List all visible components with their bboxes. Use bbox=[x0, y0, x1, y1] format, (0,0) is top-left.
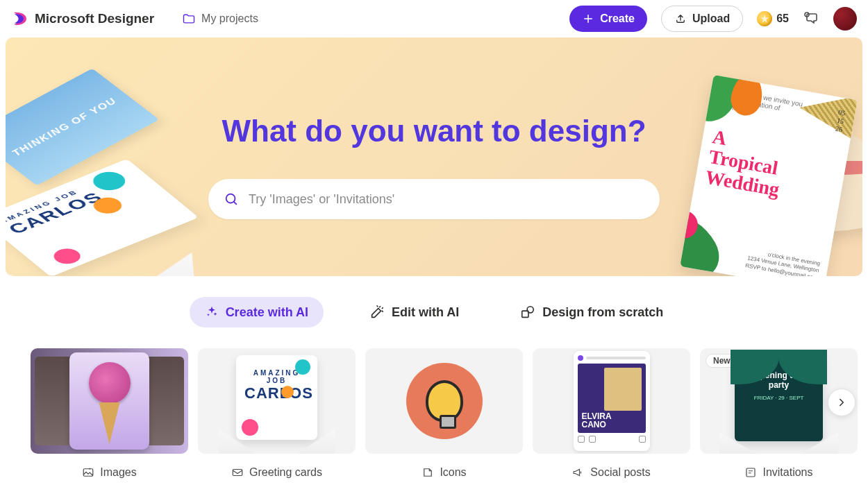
top-header: Microsoft Designer My projects Create Up… bbox=[0, 0, 868, 37]
search-bar[interactable] bbox=[208, 179, 660, 219]
app-name: Microsoft Designer bbox=[35, 11, 154, 26]
envelope-icon bbox=[231, 466, 244, 479]
svg-rect-4 bbox=[84, 469, 94, 477]
svg-rect-5 bbox=[233, 470, 242, 476]
hero-banner: THINKING OF YOU AMAZING JOB CARLOS 05 15… bbox=[6, 37, 862, 276]
category-card-social-posts[interactable]: ELVIRA CANO Social posts bbox=[533, 348, 690, 479]
category-thumb bbox=[31, 348, 188, 454]
category-label: Invitations bbox=[762, 466, 812, 479]
mode-label: Design from scratch bbox=[542, 305, 663, 320]
search-icon bbox=[224, 191, 239, 207]
megaphone-icon bbox=[572, 466, 585, 479]
card-icon bbox=[744, 466, 757, 479]
wand-icon bbox=[369, 305, 385, 320]
folder-icon bbox=[182, 12, 196, 26]
create-label: Create bbox=[600, 12, 635, 25]
credits-display[interactable]: 65 bbox=[757, 11, 789, 26]
upload-button[interactable]: Upload bbox=[661, 6, 743, 32]
mode-edit-with-ai[interactable]: Edit with AI bbox=[354, 297, 474, 327]
my-projects-label: My projects bbox=[201, 12, 258, 25]
category-label: Social posts bbox=[590, 466, 650, 479]
category-card-images[interactable]: Images bbox=[31, 348, 188, 479]
chevron-right-icon bbox=[835, 396, 848, 409]
hero-art-skywriting-text: THINKING OF YOU bbox=[9, 96, 120, 157]
mode-design-from-scratch[interactable]: Design from scratch bbox=[505, 297, 678, 327]
feedback-icon[interactable] bbox=[803, 10, 819, 27]
category-label: Greeting cards bbox=[249, 466, 322, 479]
upload-label: Upload bbox=[692, 12, 730, 25]
category-label: Icons bbox=[440, 466, 466, 479]
mode-create-with-ai[interactable]: Create with AI bbox=[190, 297, 324, 327]
hero-title: What do you want to design? bbox=[222, 114, 646, 148]
mode-label: Create with AI bbox=[226, 305, 308, 320]
category-thumb: ELVIRA CANO bbox=[533, 348, 690, 454]
sticker-icon bbox=[422, 466, 434, 479]
coin-icon bbox=[757, 11, 772, 26]
hero-art-wedding-card: 05 15 26 with pleasure we invite you to … bbox=[680, 75, 857, 276]
category-label: Images bbox=[100, 466, 136, 479]
category-thumb bbox=[365, 348, 523, 454]
search-input[interactable] bbox=[249, 192, 644, 207]
my-projects-link[interactable]: My projects bbox=[182, 12, 258, 26]
svg-point-3 bbox=[527, 307, 533, 313]
category-carousel: Images AMAZING JOB CARLOS Greeting cards bbox=[0, 348, 868, 479]
mode-tabs: Create with AI Edit with AI Design from … bbox=[0, 297, 868, 327]
coin-count: 65 bbox=[776, 12, 789, 25]
mode-label: Edit with AI bbox=[392, 305, 459, 320]
plus-icon bbox=[582, 12, 594, 25]
user-avatar[interactable] bbox=[833, 7, 857, 31]
category-card-greeting-cards[interactable]: AMAZING JOB CARLOS Greeting cards bbox=[198, 348, 356, 479]
image-icon bbox=[82, 466, 94, 479]
carousel-next-button[interactable] bbox=[828, 389, 856, 416]
upload-icon bbox=[674, 12, 687, 25]
category-card-icons[interactable]: Icons bbox=[365, 348, 523, 479]
shapes-icon bbox=[520, 305, 535, 320]
svg-rect-6 bbox=[746, 468, 755, 477]
app-logo-block[interactable]: Microsoft Designer bbox=[11, 10, 154, 27]
create-button[interactable]: Create bbox=[569, 6, 647, 32]
designer-logo-icon bbox=[11, 10, 28, 27]
sparkle-icon bbox=[205, 305, 219, 319]
category-thumb: AMAZING JOB CARLOS bbox=[198, 348, 356, 454]
